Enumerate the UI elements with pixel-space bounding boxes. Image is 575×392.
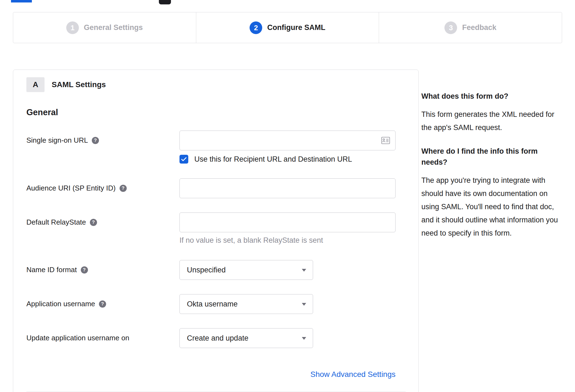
saml-settings-panel: A SAML Settings General Single sign-on U… xyxy=(13,70,419,392)
step-3-number-badge: 3 xyxy=(444,21,457,34)
panel-header: A SAML Settings xyxy=(26,77,405,92)
name-id-format-help-icon[interactable]: ? xyxy=(81,266,88,274)
section-a-badge: A xyxy=(26,77,45,92)
update-app-username-label: Update application username on xyxy=(26,334,129,342)
form-row-default-relaystate: Default RelayState ? If no value is set,… xyxy=(26,212,405,245)
cropped-app-logo-fragment xyxy=(159,0,171,4)
panel-title: SAML Settings xyxy=(52,80,106,89)
step-2-number-badge: 2 xyxy=(250,21,262,34)
update-app-username-select[interactable]: Create and update xyxy=(179,328,313,348)
step-3-label: Feedback xyxy=(462,23,496,32)
application-username-label-wrap: Application username ? xyxy=(26,294,179,308)
contact-card-icon[interactable] xyxy=(381,136,390,145)
help-question-1: What does this form do? xyxy=(421,91,563,102)
relaystate-label: Default RelayState xyxy=(26,218,86,227)
chevron-down-icon xyxy=(302,303,306,306)
form-row-sso-url: Single sign-on URL ? xyxy=(26,131,405,150)
relaystate-input-block: If no value is set, a blank RelayState i… xyxy=(179,212,405,245)
application-username-label: Application username xyxy=(26,300,95,308)
step-1-label: General Settings xyxy=(84,23,143,32)
sso-url-input-wrap xyxy=(179,131,396,150)
help-answer-2: The app you're trying to integrate with … xyxy=(421,174,563,240)
help-answer-1: This form generates the XML needed for t… xyxy=(421,108,563,134)
chevron-down-icon xyxy=(302,269,306,272)
name-id-format-label-wrap: Name ID format ? xyxy=(26,260,179,274)
wizard-stepper: 1 General Settings 2 Configure SAML 3 Fe… xyxy=(13,12,562,43)
relaystate-hint: If no value is set, a blank RelayState i… xyxy=(179,236,405,245)
step-feedback[interactable]: 3 Feedback xyxy=(379,12,562,43)
name-id-format-select[interactable]: Unspecified xyxy=(179,260,313,280)
step-general-settings[interactable]: 1 General Settings xyxy=(13,12,196,43)
help-sidebar: What does this form do? This form genera… xyxy=(421,91,563,251)
audience-uri-help-icon[interactable]: ? xyxy=(120,185,127,192)
step-configure-saml[interactable]: 2 Configure SAML xyxy=(196,12,379,43)
audience-uri-input-wrap xyxy=(179,178,396,198)
update-app-username-label-wrap: Update application username on xyxy=(26,328,179,342)
general-section-heading: General xyxy=(26,107,405,117)
recipient-url-checkbox-row: Use this for Recipient URL and Destinati… xyxy=(179,155,405,164)
name-id-format-value: Unspecified xyxy=(187,266,226,274)
audience-uri-label-wrap: Audience URI (SP Entity ID) ? xyxy=(26,178,179,192)
audience-uri-label: Audience URI (SP Entity ID) xyxy=(26,184,116,192)
application-username-help-icon[interactable]: ? xyxy=(99,300,106,308)
show-advanced-settings-link[interactable]: Show Advanced Settings xyxy=(310,370,396,379)
application-username-select[interactable]: Okta username xyxy=(179,294,313,314)
use-for-recipient-url-label: Use this for Recipient URL and Destinati… xyxy=(194,155,352,164)
relaystate-input[interactable] xyxy=(179,212,396,232)
cropped-header-link-fragment xyxy=(11,0,32,2)
form-row-application-username: Application username ? Okta username xyxy=(26,294,405,314)
sso-url-help-icon[interactable]: ? xyxy=(92,137,99,144)
sso-url-label-wrap: Single sign-on URL ? xyxy=(26,131,179,145)
advanced-settings-row: Show Advanced Settings xyxy=(26,370,396,379)
form-row-update-app-username: Update application username on Create an… xyxy=(26,328,405,348)
update-app-username-value: Create and update xyxy=(187,334,248,343)
sso-url-input[interactable] xyxy=(179,131,396,150)
section-divider xyxy=(26,391,406,392)
form-row-audience-uri: Audience URI (SP Entity ID) ? xyxy=(26,178,405,198)
use-for-recipient-url-checkbox[interactable] xyxy=(179,155,188,164)
help-question-2: Where do I find the info this form needs… xyxy=(421,146,563,168)
form-row-name-id-format: Name ID format ? Unspecified xyxy=(26,260,405,280)
audience-uri-input[interactable] xyxy=(179,178,396,198)
sso-url-label: Single sign-on URL xyxy=(26,136,88,145)
relaystate-help-icon[interactable]: ? xyxy=(90,219,97,226)
relaystate-label-wrap: Default RelayState ? xyxy=(26,212,179,227)
name-id-format-label: Name ID format xyxy=(26,266,77,274)
step-2-label: Configure SAML xyxy=(267,23,325,32)
step-1-number-badge: 1 xyxy=(66,21,79,34)
chevron-down-icon xyxy=(302,337,306,340)
application-username-value: Okta username xyxy=(187,300,238,308)
checkmark-icon xyxy=(181,157,187,161)
